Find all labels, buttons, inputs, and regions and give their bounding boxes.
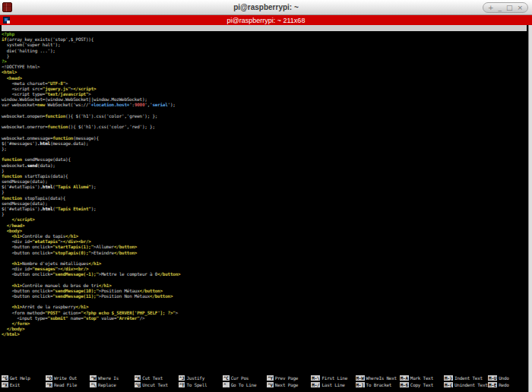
shortcut-key: M-A bbox=[400, 375, 409, 381]
code-line: </head> bbox=[2, 223, 526, 228]
code-line: <head> bbox=[2, 75, 526, 81]
shortcut-copy-text: M-6Copy Text bbox=[400, 382, 444, 389]
terminal-title: pi@raspberrypi: ~ 211x68 bbox=[227, 17, 306, 24]
code-line bbox=[2, 129, 526, 134]
shortcut-redo: M-ERedo bbox=[488, 382, 532, 389]
code-line: <button onclick="sendMessage(10);">Posit… bbox=[2, 288, 526, 293]
terminal-icon bbox=[3, 17, 10, 24]
shortcut-label: Write Out bbox=[52, 375, 77, 381]
shortcut-cur-pos: ^CCur Pos bbox=[223, 375, 267, 382]
code-line bbox=[2, 119, 526, 124]
shortcut-uncut-text: ^UUncut Text bbox=[135, 382, 179, 389]
code-line: websocket.onerror=function(){ $('h1').cs… bbox=[2, 124, 526, 129]
shortcut-label: Replace bbox=[97, 382, 116, 387]
code-line: window.WebSocket=(window.WebSocket||wind… bbox=[2, 96, 526, 102]
shortcut-indent-text: M-}Indent Text bbox=[444, 375, 488, 382]
code-line: <button onclick="sendMessage(11);">Posit… bbox=[2, 293, 526, 299]
shortcut-key: ^R bbox=[46, 382, 52, 387]
code-line: <h1>Arrêt de la raspberry</h1> bbox=[2, 304, 526, 309]
code-line: </html> bbox=[2, 331, 526, 337]
code-line: <form method="POST" action="<?php echo $… bbox=[2, 310, 526, 315]
editor-content[interactable]: <?phpif(array_key_exists('stop',$_POST))… bbox=[2, 31, 526, 337]
window-titlebar: pi@raspberrypi: ~ + _ □ × bbox=[0, 0, 532, 15]
terminal-window[interactable]: GNU nano 2.7.4 File: /var/www/html/proto… bbox=[0, 25, 532, 392]
shortcut-first-line: M-\First Line bbox=[311, 375, 355, 382]
code-line: function startTapis(data){ bbox=[2, 173, 526, 179]
code-line: die('halting ...'); bbox=[2, 48, 526, 53]
shortcut-label: Next Page bbox=[274, 382, 298, 387]
shortcut-key: ^\ bbox=[90, 382, 97, 387]
code-line: }; bbox=[2, 146, 526, 151]
shortcut-undo: M-UUndo bbox=[488, 375, 532, 382]
code-line: websocket.send(data); bbox=[2, 163, 526, 168]
shortcut-label: Get Help bbox=[8, 375, 30, 381]
code-line: function sendMessage(data){ bbox=[2, 156, 526, 162]
shortcut-key: ^Y bbox=[267, 375, 274, 381]
shortcut-key: M-] bbox=[356, 382, 365, 387]
shortcut-exit: ^XExit bbox=[2, 382, 46, 389]
terminal-titlebar: pi@raspberrypi: ~ 211x68 bbox=[0, 15, 532, 25]
shortcut-label: Cur Pos bbox=[230, 375, 249, 381]
code-line: <button onclick="startTapis(1);">Allumer… bbox=[2, 244, 526, 249]
code-line: sendMessage(data); bbox=[2, 179, 526, 184]
shortcut-key: M-{ bbox=[444, 382, 453, 387]
shortcut-key: M-6 bbox=[400, 382, 409, 387]
window-controls: + _ □ × bbox=[483, 2, 528, 13]
code-line: websocket.onmessage=function(message){ bbox=[2, 135, 526, 141]
window-title: pi@raspberrypi: ~ bbox=[0, 0, 532, 15]
shortcut-label: WhereIs Next bbox=[365, 375, 397, 381]
shortcut-to-spell: ^TTo Spell bbox=[179, 382, 223, 389]
shortcut-justify: ^JJustify bbox=[179, 375, 223, 382]
code-line bbox=[2, 151, 526, 156]
scrollbar[interactable] bbox=[528, 25, 532, 392]
code-line: function stopTapis(data){ bbox=[2, 195, 526, 201]
code-line: <button onclick="sendMessage(-1);">Mettr… bbox=[2, 271, 526, 277]
code-line: <div id="etatTapis"></div><br/> bbox=[2, 239, 526, 244]
shortcut-cut-text: ^KCut Text bbox=[135, 375, 179, 382]
shortcut-label: Uncut Text bbox=[141, 382, 168, 387]
code-line: <html> bbox=[2, 69, 526, 74]
nano-help-bar: ^GGet Help^OWrite Out^WWhere Is^KCut Tex… bbox=[2, 375, 526, 388]
shortcut-label: Copy Text bbox=[409, 382, 433, 387]
shortcut-key: ^C bbox=[223, 375, 230, 381]
code-line: <h1>Contrôle du tapis</h1> bbox=[2, 233, 526, 239]
code-line: <meta charset="UTF-8"> bbox=[2, 81, 526, 86]
shortcut-go-to-line: ^_Go To Line bbox=[223, 382, 267, 389]
shortcut-key: M-} bbox=[444, 375, 453, 381]
shortcut-row-2: ^XExit^RRead File^\Replace^UUncut Text^T… bbox=[2, 382, 526, 389]
minimize-icon[interactable]: _ bbox=[498, 3, 502, 12]
code-line: <script src="jquery.js"></script> bbox=[2, 86, 526, 91]
shortcut-label: First Line bbox=[320, 375, 347, 381]
nano-header: GNU nano 2.7.4 File: /var/www/html/proto… bbox=[2, 25, 527, 31]
shortcut-unindent-text: M-{Unindent Text bbox=[444, 382, 488, 389]
shade-icon[interactable]: + bbox=[488, 3, 494, 12]
maximize-icon[interactable]: □ bbox=[506, 3, 513, 12]
shortcut-read-file: ^RRead File bbox=[46, 382, 90, 389]
shortcut-label: Read File bbox=[52, 382, 77, 387]
shortcut-key: ^W bbox=[90, 375, 97, 381]
code-line: $('#etatTapis').html("Tapis Eteint"); bbox=[2, 206, 526, 211]
shortcut-key: M-\ bbox=[311, 375, 320, 381]
code-line: ?> bbox=[2, 58, 526, 64]
shortcut-next-page: ^VNext Page bbox=[267, 382, 311, 389]
code-line: if(array_key_exists('stop',$_POST)){ bbox=[2, 36, 526, 42]
shortcut-key: ^V bbox=[267, 382, 274, 387]
code-line: $('#etatTapis').html("Tapis Allumé"); bbox=[2, 184, 526, 189]
code-line: <h1>Nombre d'ojets métalliques</h1> bbox=[2, 261, 526, 266]
shortcut-key: ^U bbox=[135, 382, 141, 387]
code-line bbox=[2, 108, 526, 113]
shortcut-label: Exit bbox=[8, 382, 20, 387]
shortcut-label: Justify bbox=[185, 375, 204, 381]
code-line: <?php bbox=[2, 31, 526, 36]
close-icon[interactable]: × bbox=[517, 3, 523, 12]
shortcut-label: Cut Text bbox=[141, 375, 163, 381]
code-line: <!DOCTYPE html> bbox=[2, 64, 526, 69]
code-line: } bbox=[2, 189, 526, 194]
scrollbar-thumb[interactable] bbox=[529, 25, 532, 392]
shortcut-key: ^G bbox=[2, 375, 8, 381]
shortcut-whereis-next: M-WWhereIs Next bbox=[356, 375, 400, 382]
shortcut-key: M-/ bbox=[311, 382, 320, 387]
shortcut-mark-text: M-AMark Text bbox=[400, 375, 444, 382]
shortcut-label: Last Line bbox=[320, 382, 344, 387]
code-line: system('super halt'); bbox=[2, 42, 526, 47]
